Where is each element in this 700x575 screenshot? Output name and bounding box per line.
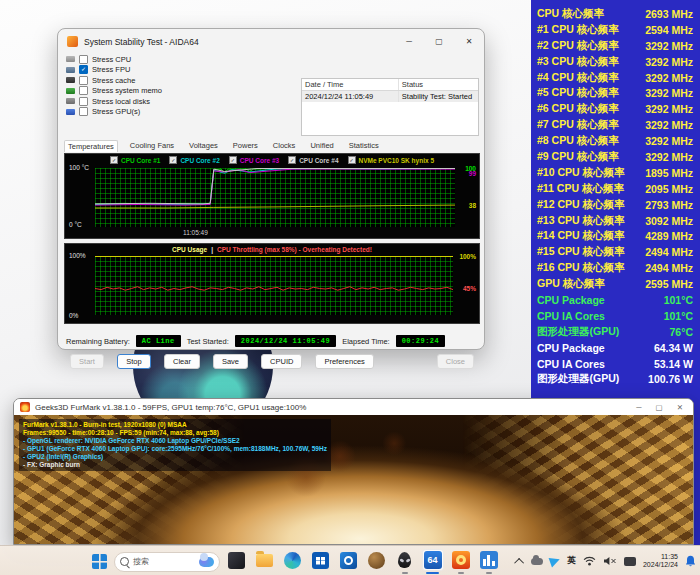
sensor-value: 76°C bbox=[670, 326, 693, 338]
tab-temperatures[interactable]: Temperatures bbox=[64, 140, 118, 152]
legend-item[interactable]: ✓CPU Core #3 bbox=[229, 156, 279, 164]
search-input[interactable]: 搜索 bbox=[114, 552, 220, 572]
taskbar-aida64-icon[interactable]: 64 bbox=[422, 549, 444, 571]
start-button[interactable] bbox=[88, 551, 110, 573]
legend-checkbox[interactable]: ✓ bbox=[110, 156, 118, 164]
tab-unified[interactable]: Unified bbox=[307, 140, 336, 152]
sensor-value: 3292 MHz bbox=[645, 56, 693, 68]
stress-option[interactable]: Stress cache bbox=[66, 75, 162, 85]
chart-legend: ✓CPU Core #1✓CPU Core #2✓CPU Core #3✓CPU… bbox=[65, 156, 479, 164]
checkbox[interactable] bbox=[79, 76, 88, 85]
osd-line: FurMark v1.38.1.0 - Burn-in test, 1920x1… bbox=[23, 421, 327, 429]
clear-button[interactable]: Clear bbox=[164, 354, 200, 369]
sensor-label: 图形处理器(GPU) bbox=[537, 372, 619, 386]
taskbar-slot-outlook bbox=[336, 549, 361, 574]
taskbar-furmark-icon[interactable] bbox=[450, 549, 472, 571]
legend-item[interactable]: ✓NVMe PVC10 SK hynix 5 bbox=[348, 156, 435, 164]
file-explorer-glyph bbox=[256, 554, 273, 567]
save-button[interactable]: Save bbox=[213, 354, 248, 369]
aida64-titlebar[interactable]: System Stability Test - AIDA64 ─ ▢ ✕ bbox=[58, 29, 484, 54]
preferences-button[interactable]: Preferences bbox=[315, 354, 373, 369]
onedrive-cloud-icon[interactable] bbox=[531, 558, 543, 565]
stress-option[interactable]: Stress system memo bbox=[66, 86, 162, 96]
close-icon[interactable]: ✕ bbox=[454, 29, 484, 54]
sensor-label: GPU 核心频率 bbox=[537, 277, 605, 291]
taskbar-app-brown-icon[interactable] bbox=[366, 549, 388, 571]
wifi-icon[interactable] bbox=[583, 556, 596, 566]
table-row[interactable]: 2024/12/24 11:05:49 Stability Test: Star… bbox=[302, 91, 478, 102]
tray-chevron-up-icon[interactable] bbox=[515, 557, 525, 567]
stress-option-label: Stress cache bbox=[92, 76, 135, 85]
sensor-value: 2095 MHz bbox=[645, 183, 693, 195]
sensor-label: #6 CPU 核心频率 bbox=[537, 102, 619, 116]
stress-option[interactable]: Stress CPU bbox=[66, 54, 162, 64]
status-lcd-value: 00:29:24 bbox=[396, 335, 446, 347]
aida64-app-icon bbox=[67, 36, 78, 47]
ime-indicator[interactable]: 英 bbox=[567, 555, 576, 567]
taskbar-edge-icon[interactable] bbox=[282, 549, 304, 571]
camera-tray-icon[interactable] bbox=[624, 557, 636, 566]
legend-checkbox[interactable]: ✓ bbox=[348, 156, 356, 164]
sensor-value: 2595 MHz bbox=[645, 278, 693, 290]
legend-checkbox[interactable]: ✓ bbox=[229, 156, 237, 164]
notification-bell-icon[interactable] bbox=[685, 555, 696, 567]
stress-option[interactable]: Stress GPU(s) bbox=[66, 107, 162, 117]
taskbar-file-explorer-icon[interactable] bbox=[254, 549, 276, 571]
tab-statistics[interactable]: Statistics bbox=[346, 140, 382, 152]
checkbox[interactable] bbox=[79, 55, 88, 64]
checkbox[interactable]: ✓ bbox=[79, 65, 88, 74]
volume-muted-icon[interactable] bbox=[603, 556, 617, 566]
start-button[interactable]: Start bbox=[70, 354, 104, 369]
close-icon[interactable]: ✕ bbox=[677, 403, 683, 412]
minimize-icon[interactable]: ─ bbox=[394, 29, 424, 54]
tray-clock[interactable]: 11:35 2024/12/24 bbox=[643, 553, 678, 570]
running-indicator bbox=[290, 572, 296, 575]
legend-checkbox[interactable]: ✓ bbox=[288, 156, 296, 164]
sensor-value: 64.34 W bbox=[654, 342, 693, 354]
running-indicator bbox=[426, 572, 439, 575]
sensor-label: #13 CPU 核心频率 bbox=[537, 214, 625, 228]
close-button[interactable]: Close bbox=[437, 354, 474, 369]
sensor-row: #5 CPU 核心频率3292 MHz bbox=[531, 85, 700, 101]
legend-item[interactable]: ✓CPU Core #2 bbox=[169, 156, 219, 164]
stress-option[interactable]: ✓Stress FPU bbox=[66, 65, 162, 75]
legend-item[interactable]: ✓CPU Core #1 bbox=[110, 156, 160, 164]
legend-label: CPU Core #3 bbox=[240, 157, 279, 164]
minimize-icon[interactable]: ─ bbox=[636, 403, 641, 412]
chart-header: CPU Usage|CPU Throttling (max 58%) - Ove… bbox=[65, 246, 479, 253]
stress-option[interactable]: Stress local disks bbox=[66, 96, 162, 106]
taskbar-alienware-icon[interactable] bbox=[394, 549, 416, 571]
tab-voltages[interactable]: Voltages bbox=[186, 140, 221, 152]
sensor-row: #6 CPU 核心频率3292 MHz bbox=[531, 101, 700, 117]
legend-item[interactable]: ✓CPU Core #4 bbox=[288, 156, 338, 164]
taskbar-slot-microsoft-store bbox=[308, 549, 333, 574]
stop-button[interactable]: Stop bbox=[117, 354, 151, 369]
sensor-value: 3292 MHz bbox=[645, 119, 693, 131]
stress-option-label: Stress FPU bbox=[92, 65, 130, 74]
osd-line: - OpenGL renderer: NVIDIA GeForce RTX 40… bbox=[23, 437, 327, 445]
temperature-chart: ✓CPU Core #1✓CPU Core #2✓CPU Core #3✓CPU… bbox=[64, 153, 480, 239]
tab-powers[interactable]: Powers bbox=[230, 140, 261, 152]
maximize-icon[interactable]: ▢ bbox=[656, 403, 663, 412]
cpuid-button[interactable]: CPUID bbox=[261, 354, 302, 369]
tab-cooling-fans[interactable]: Cooling Fans bbox=[127, 140, 177, 152]
maximize-icon[interactable]: ▢ bbox=[424, 29, 454, 54]
furmark-window: Geeks3D FurMark v1.38.1.0 - 59FPS, GPU1 … bbox=[13, 398, 694, 545]
taskbar-task-view-icon[interactable] bbox=[226, 549, 248, 571]
memory-device-icon bbox=[66, 88, 75, 94]
furmark-titlebar[interactable]: Geeks3D FurMark v1.38.1.0 - 59FPS, GPU1 … bbox=[14, 399, 693, 415]
legend-label: NVMe PVC10 SK hynix 5 bbox=[359, 157, 435, 164]
checkbox[interactable] bbox=[79, 97, 88, 106]
app-brown-glyph bbox=[368, 552, 385, 569]
osd-line: Frames:99550 - time:00:28:10 - FPS:59 (m… bbox=[23, 429, 327, 437]
taskbar-outlook-icon[interactable] bbox=[338, 549, 360, 571]
checkbox[interactable] bbox=[79, 86, 88, 95]
checkbox[interactable] bbox=[79, 107, 88, 116]
tab-clocks[interactable]: Clocks bbox=[270, 140, 299, 152]
paper-plane-icon[interactable] bbox=[549, 555, 562, 568]
sensor-row: #8 CPU 核心频率3292 MHz bbox=[531, 133, 700, 149]
taskbar-sensor-panel-app-icon[interactable] bbox=[478, 549, 500, 571]
legend-checkbox[interactable]: ✓ bbox=[169, 156, 177, 164]
taskbar-microsoft-store-icon[interactable] bbox=[310, 549, 332, 571]
sensor-value: 100.76 W bbox=[648, 373, 693, 385]
